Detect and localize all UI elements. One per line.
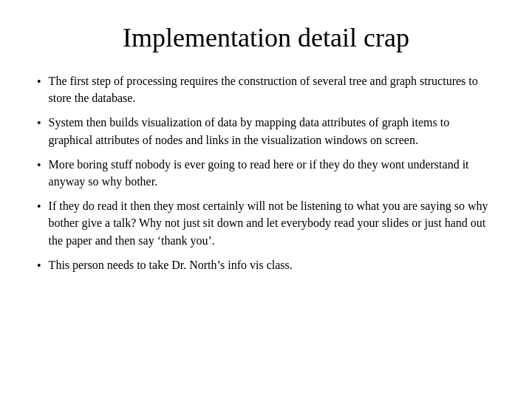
list-item: • System then builds visualization of da…: [37, 114, 495, 148]
bullet-dot: •: [37, 115, 41, 132]
bullet-list: • The first step of processing requires …: [37, 72, 495, 274]
slide-title: Implementation detail crap: [37, 22, 495, 53]
bullet-dot: •: [37, 73, 41, 90]
bullet-dot: •: [37, 157, 41, 174]
bullet-text: System then builds visualization of data…: [49, 114, 495, 148]
list-item: • This person needs to take Dr. North’s …: [37, 256, 495, 274]
bullet-dot: •: [37, 198, 41, 215]
list-item: • The first step of processing requires …: [37, 72, 495, 106]
list-item: • If they do read it then they most cert…: [37, 197, 495, 249]
bullet-text: This person needs to take Dr. North’s in…: [49, 256, 495, 273]
list-item: • More boring stuff nobody is ever going…: [37, 156, 495, 190]
slide: Implementation detail crap • The first s…: [0, 0, 532, 399]
bullet-text: The first step of processing requires th…: [49, 72, 495, 106]
bullet-text: More boring stuff nobody is ever going t…: [49, 156, 495, 190]
bullet-text: If they do read it then they most certai…: [49, 197, 495, 249]
bullet-dot: •: [37, 257, 41, 274]
